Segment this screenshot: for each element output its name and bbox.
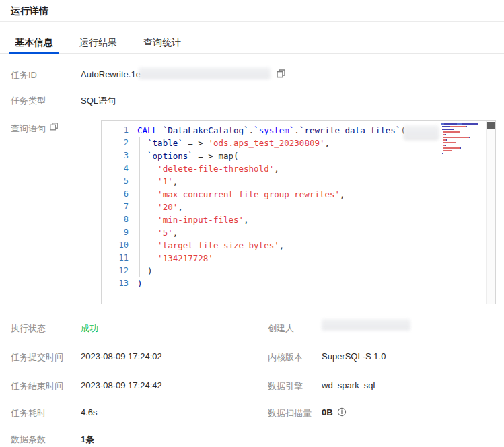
scan-volume-value: 0B: [322, 407, 347, 419]
tabbar-border: [0, 53, 504, 54]
exec-status-value: 成功: [81, 322, 98, 335]
line-number: 1: [102, 124, 137, 137]
code-text: '1',: [137, 175, 178, 188]
task-id-value: AutoRewrite.1e: [81, 69, 141, 79]
code-text: '20',: [137, 201, 183, 213]
row-count-label: 数据条数: [11, 434, 46, 446]
code-line: 3 `options` = > map(: [102, 149, 486, 162]
code-text: 'max-concurrent-file-group-rewrites',: [137, 188, 345, 201]
code-text: `table` = > 'ods.aps_test_20230809',: [137, 137, 330, 149]
end-time-value: 2023-08-09 17:24:42: [81, 380, 162, 390]
sql-code-editor[interactable]: 1CALL `DataLakeCatalog`.`system`.`rewrit…: [101, 120, 496, 304]
tab-basic-info[interactable]: 基本信息: [9, 35, 59, 53]
code-line: 8 'min-input-files',: [102, 213, 486, 226]
duration-value: 4.6s: [81, 407, 98, 417]
line-number: 8: [102, 213, 137, 226]
minimap-row: [441, 155, 484, 158]
code-text: 'target-file-size-bytes',: [137, 239, 284, 252]
line-number: 2: [102, 137, 137, 149]
code-text: CALL `DataLakeCatalog`.`system`.`rewrite…: [137, 124, 406, 137]
line-number: 13: [102, 277, 137, 290]
editor-scrollbar-track[interactable]: [486, 121, 495, 304]
kernel-version-label: 内核版本: [268, 351, 303, 364]
code-text: `options` = > map(: [137, 149, 239, 162]
line-number: 9: [102, 226, 137, 239]
line-number: 4: [102, 162, 137, 175]
scan-volume-text: 0B: [322, 407, 333, 417]
run-detail-panel: 运行详情 基本信息 运行结果 查询统计 任务ID AutoRewrite.1e …: [0, 0, 504, 447]
creator-redacted: [322, 319, 410, 331]
line-number: 5: [102, 175, 137, 188]
row-count-value: 1条: [81, 434, 94, 446]
submit-time-label: 任务提交时间: [11, 351, 63, 364]
line-number: 12: [102, 265, 137, 277]
code-text: 'delete-file-threshold',: [137, 162, 279, 175]
copy-sql-icon[interactable]: [49, 122, 59, 134]
data-engine-value: wd_spark_sql: [322, 380, 375, 390]
creator-label: 创建人: [268, 322, 294, 335]
end-time-label: 任务结束时间: [11, 380, 63, 392]
code-line: 13): [102, 277, 486, 290]
indent-guide: [139, 137, 140, 277]
code-line: 7 '20',: [102, 201, 486, 213]
line-number: 11: [102, 252, 137, 265]
code-line: 9 '5',: [102, 226, 486, 239]
code-line: 5 '1',: [102, 175, 486, 188]
header-divider: [0, 21, 504, 22]
line-number: 3: [102, 149, 137, 162]
active-tab-underline: [9, 52, 59, 54]
kernel-version-value: SuperSQL-S 1.0: [322, 351, 386, 362]
code-line: 10 'target-file-size-bytes',: [102, 239, 486, 252]
duration-label: 任务耗时: [11, 407, 46, 419]
code-text: 'min-input-files',: [137, 213, 249, 226]
tab-run-result[interactable]: 运行结果: [73, 35, 123, 53]
task-id-redacted: [139, 67, 271, 79]
code-line: 6 'max-concurrent-file-group-rewrites',: [102, 188, 486, 201]
code-lines: 1CALL `DataLakeCatalog`.`system`.`rewrit…: [102, 124, 486, 290]
editor-minimap[interactable]: [441, 123, 484, 164]
code-line: 4 'delete-file-threshold',: [102, 162, 486, 175]
page-title: 运行详情: [11, 5, 48, 18]
tab-query-stats[interactable]: 查询统计: [137, 35, 187, 53]
task-type-value: SQL语句: [81, 95, 116, 107]
query-label: 查询语句: [11, 123, 46, 135]
data-engine-label: 数据引擎: [268, 380, 303, 392]
scan-volume-label: 数据扫描量: [268, 407, 312, 419]
copy-icon[interactable]: [276, 69, 286, 81]
line-number: 7: [102, 201, 137, 213]
exec-status-label: 执行状态: [11, 322, 46, 335]
editor-scrollbar-thumb[interactable]: [487, 122, 495, 129]
code-text: '5',: [137, 226, 178, 239]
line-number: 6: [102, 188, 137, 201]
code-redacted-patch: [404, 125, 439, 139]
submit-time-value: 2023-08-09 17:24:02: [81, 351, 162, 362]
code-line: 12 ): [102, 265, 486, 277]
task-type-label: 任务类型: [11, 95, 46, 107]
code-text: '134217728': [137, 252, 213, 265]
task-id-label: 任务ID: [11, 69, 37, 81]
code-line: 11 '134217728': [102, 252, 486, 265]
info-icon[interactable]: [337, 407, 347, 419]
line-number: 10: [102, 239, 137, 252]
code-text: ): [137, 277, 143, 290]
